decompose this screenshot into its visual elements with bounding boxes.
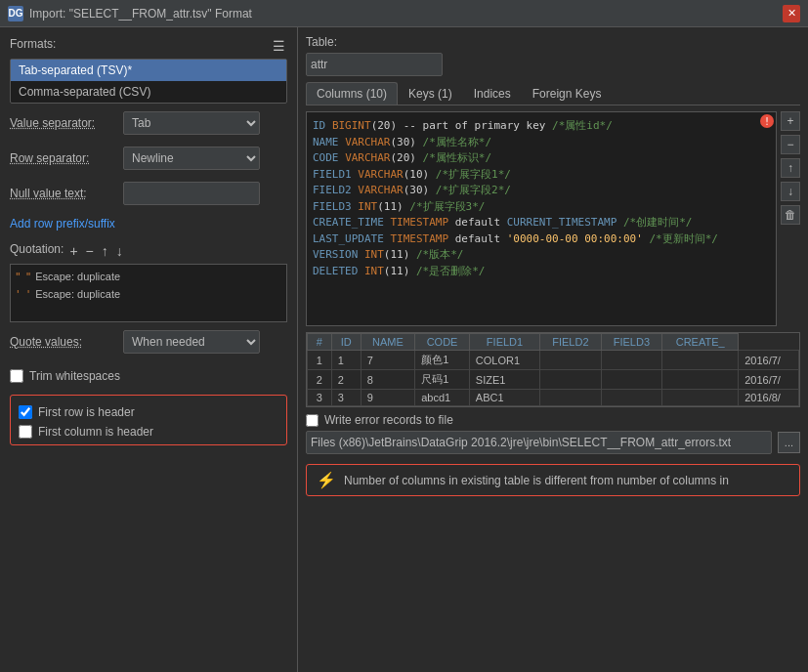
table-cell: 颜色1 <box>415 351 470 370</box>
formats-header: Formats: ☰ <box>10 37 287 55</box>
table-name-input[interactable] <box>306 53 443 76</box>
add-row-prefix-link[interactable]: Add row prefix/suffix <box>10 217 287 231</box>
warning-bar: ⚡ Number of columns in existing table is… <box>306 464 800 496</box>
sql-token: CREATE_TIME <box>313 216 390 229</box>
sql-token: /*扩展字段1*/ <box>436 168 511 181</box>
quotation-header: Quotation: + − ↑ ↓ <box>10 242 287 260</box>
table-cell: 7 <box>361 351 415 370</box>
move-down-button[interactable]: ↓ <box>781 182 800 201</box>
write-error-label: Write error records to file <box>324 413 453 427</box>
sql-token: INT <box>364 265 384 277</box>
sql-token: (20) -- part of primary key <box>371 119 552 132</box>
quotation-label: Quotation: <box>10 242 64 256</box>
close-button[interactable]: ✕ <box>783 5 800 22</box>
table-cell <box>601 390 661 406</box>
quotation-up-button[interactable]: ↑ <box>100 243 110 259</box>
browse-button[interactable]: ... <box>778 432 800 453</box>
preview-col-hash: # <box>308 334 332 351</box>
table-cell <box>601 370 661 390</box>
table-cell: abcd1 <box>415 390 470 406</box>
header-checkbox-section: First row is header First column is head… <box>10 395 287 445</box>
error-path-row: ... <box>306 431 800 454</box>
left-panel: Formats: ☰ Tab-separated (TSV)* Comma-se… <box>0 27 298 672</box>
table-cell <box>662 390 739 406</box>
value-separator-select[interactable]: Tab Comma Semicolon <box>123 111 260 135</box>
row-number: 1 <box>308 351 332 370</box>
format-item-csv[interactable]: Comma-separated (CSV) <box>11 81 286 103</box>
sql-token: /*创建时间*/ <box>623 216 693 229</box>
error-path-input[interactable] <box>306 431 772 454</box>
trim-whitespaces-row: Trim whitespaces <box>10 369 287 383</box>
quote-values-select[interactable]: When needed Always Never <box>123 330 260 354</box>
quotation-item-2: ' ' Escape: duplicate <box>15 286 282 304</box>
sql-token: (10) <box>404 168 436 181</box>
tab-columns[interactable]: Columns (10) <box>306 82 398 105</box>
quotation-section: Quotation: + − ↑ ↓ " " Escape: duplicate… <box>10 242 287 322</box>
warning-text: Number of columns in existing table is d… <box>344 474 729 487</box>
sql-token: /*属性标识*/ <box>423 151 492 164</box>
write-error-checkbox[interactable] <box>306 414 319 427</box>
tab-indices[interactable]: Indices <box>463 82 522 105</box>
sql-token: LAST_UPDATE <box>313 232 390 245</box>
preview-col-header: FIELD2 <box>540 334 601 351</box>
sql-token: default <box>448 216 507 229</box>
sql-token: /*是否删除*/ <box>416 265 486 277</box>
move-up-button[interactable]: ↑ <box>781 158 800 178</box>
table-cell: 尺码1 <box>415 370 470 390</box>
sql-token: (11) <box>384 248 416 261</box>
table-cell: SIZE1 <box>469 370 539 390</box>
formats-list: Tab-separated (TSV)* Comma-separated (CS… <box>10 59 287 104</box>
table-cell: 2016/7/ <box>739 351 799 370</box>
sql-token: ID <box>313 119 332 132</box>
sql-token: NAME <box>313 136 345 148</box>
preview-col-header: ID <box>331 334 361 351</box>
sql-token: FIELD3 <box>313 200 358 213</box>
value-separator-row: Value separator: Tab Comma Semicolon <box>10 111 287 135</box>
sql-token: CURRENT_TIMESTAMP <box>507 216 617 229</box>
first-row-header-row: First row is header <box>19 405 278 419</box>
sql-token: VARCHAR <box>358 168 403 181</box>
first-row-header-checkbox[interactable] <box>19 405 32 419</box>
null-value-input[interactable] <box>123 182 260 205</box>
main-content: Formats: ☰ Tab-separated (TSV)* Comma-se… <box>0 27 808 672</box>
sql-token: FIELD2 <box>313 184 358 196</box>
table-cell: 1 <box>331 351 361 370</box>
trim-whitespaces-checkbox[interactable] <box>10 369 23 383</box>
table-cell <box>601 351 661 370</box>
right-icons: + − ↑ ↓ 🗑 <box>781 111 800 326</box>
add-column-button[interactable]: + <box>781 111 800 131</box>
remove-column-button[interactable]: − <box>781 135 800 154</box>
formats-options-button[interactable]: ☰ <box>271 38 287 54</box>
sql-token: DELETED <box>313 265 364 277</box>
sql-token: TIMESTAMP <box>390 216 448 229</box>
quote-values-row: Quote values: When needed Always Never <box>10 330 287 354</box>
sql-token: '0000-00-00 00:00:00' <box>507 232 643 245</box>
first-column-header-checkbox[interactable] <box>19 425 32 439</box>
first-row-header-label: First row is header <box>38 405 135 419</box>
row-number: 2 <box>308 370 332 390</box>
quotation-add-button[interactable]: + <box>67 243 79 259</box>
tab-foreign-keys[interactable]: Foreign Keys <box>522 82 613 105</box>
sql-token: (11) <box>377 200 409 213</box>
format-item-tsv[interactable]: Tab-separated (TSV)* <box>11 60 286 81</box>
quotation-remove-button[interactable]: − <box>84 243 96 259</box>
table-cell: 8 <box>361 370 415 390</box>
table-cell <box>662 351 739 370</box>
quotation-down-button[interactable]: ↓ <box>114 243 125 259</box>
preview-col-header: NAME <box>361 334 415 351</box>
row-separator-select[interactable]: Newline CR+LF <box>123 147 260 170</box>
sql-token: /*属性id*/ <box>552 119 613 132</box>
delete-button[interactable]: 🗑 <box>781 205 800 225</box>
table-section: Table: <box>306 35 800 76</box>
value-separator-label: Value separator: <box>10 116 117 130</box>
warning-icon: ⚡ <box>317 471 336 489</box>
app-icon: DG <box>8 6 23 21</box>
table-cell: 2 <box>331 370 361 390</box>
sql-token: FIELD1 <box>313 168 358 181</box>
sql-token: default <box>448 232 507 245</box>
sql-editor[interactable]: ID BIGINT(20) -- part of primary key /*属… <box>306 111 777 326</box>
preview-col-header: CODE <box>415 334 470 351</box>
row-separator-row: Row separator: Newline CR+LF <box>10 147 287 170</box>
tab-keys[interactable]: Keys (1) <box>398 82 463 105</box>
sql-token: /*扩展字段2*/ <box>436 184 511 196</box>
